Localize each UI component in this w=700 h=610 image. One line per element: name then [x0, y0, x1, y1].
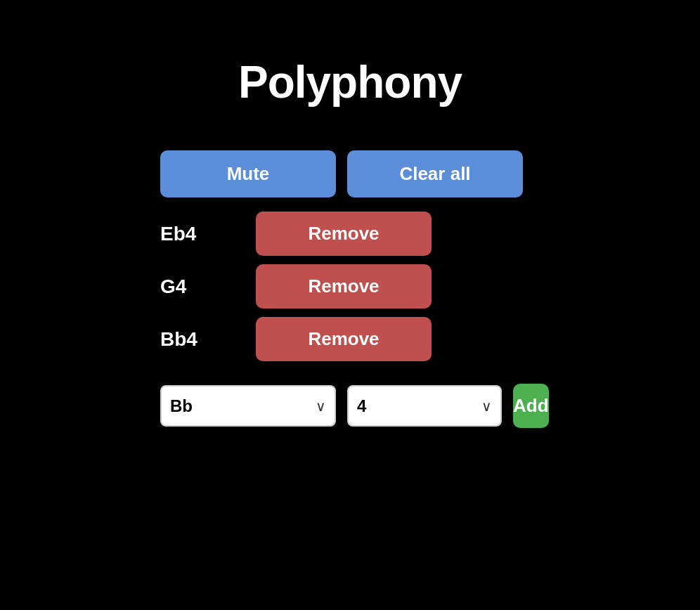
note-label-bb4: Bb4 [160, 328, 245, 351]
clear-all-button[interactable]: Clear all [347, 150, 523, 197]
note-label-g4: G4 [160, 275, 245, 298]
add-row: C C# D Eb E F F# G Ab A Bb B 1 2 3 4 5 6 [160, 384, 540, 428]
page-title: Polyphony [238, 56, 462, 108]
remove-button-bb4[interactable]: Remove [256, 317, 432, 361]
note-select[interactable]: C C# D Eb E F F# G Ab A Bb B [160, 385, 336, 427]
note-label-eb4: Eb4 [160, 223, 245, 245]
octave-select-wrapper: 1 2 3 4 5 6 7 8 [347, 385, 502, 427]
octave-select[interactable]: 1 2 3 4 5 6 7 8 [347, 385, 502, 427]
note-select-wrapper: C C# D Eb E F F# G Ab A Bb B [160, 385, 336, 427]
remove-button-g4[interactable]: Remove [256, 264, 432, 309]
note-row-eb4: Eb4 Remove [160, 212, 540, 256]
mute-button[interactable]: Mute [160, 150, 336, 197]
note-row-g4: G4 Remove [160, 264, 540, 309]
top-button-row: Mute Clear all [160, 150, 523, 197]
main-content: Mute Clear all Eb4 Remove G4 Remove Bb4 … [160, 150, 540, 428]
add-button[interactable]: Add [513, 384, 549, 428]
note-row-bb4: Bb4 Remove [160, 317, 540, 361]
remove-button-eb4[interactable]: Remove [256, 212, 432, 256]
